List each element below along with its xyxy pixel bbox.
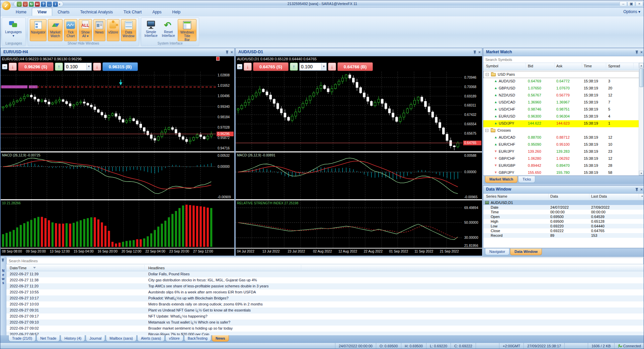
close-button[interactable]: × xyxy=(636,1,643,6)
news-row[interactable]: 2022-09-27 11:20Top AMCs see share of le… xyxy=(6,283,644,289)
bottom-tab-trade-21-0-[interactable]: Trade (21/0) xyxy=(8,335,36,342)
news-button[interactable]: News xyxy=(93,19,105,41)
column-header-ask[interactable]: Ask xyxy=(556,64,562,68)
minimize-button[interactable]: – xyxy=(620,1,627,6)
app-logo-icon[interactable]: ✓ xyxy=(1,1,11,11)
show-all-button[interactable]: ALLShowAll ▾ xyxy=(79,19,92,41)
data-window-header[interactable]: Series NameDataLast Data▲ xyxy=(483,194,644,200)
symbol-row-eur-usd[interactable]: ▲EUR/USD0.963000.9630415:38:194 xyxy=(483,113,639,120)
pin-icon[interactable] xyxy=(635,50,638,54)
tab-view[interactable]: View xyxy=(32,8,52,16)
tab-apps[interactable]: Apps xyxy=(147,8,167,16)
news-row[interactable]: 2022-09-27 11:38City gas distribution st… xyxy=(6,277,644,283)
news-row[interactable]: 2022-09-27 10:55Aurobindo slips 6% in a … xyxy=(6,289,644,295)
amount-input[interactable] xyxy=(65,63,85,70)
column-header-symbol[interactable]: Symbol xyxy=(486,64,498,68)
news-col-headlines[interactable]: Headlines xyxy=(148,266,165,270)
data-row-date[interactable]: Date24/07/202227/09/2022 xyxy=(483,205,644,210)
bottom-tab-vstore[interactable]: vStore xyxy=(165,335,183,342)
collapse-button[interactable]: − xyxy=(2,64,7,69)
tick-chart-button[interactable]: TickChart xyxy=(64,19,77,41)
collapse-tree-icon[interactable]: − xyxy=(486,73,489,76)
tab-charts[interactable]: Charts xyxy=(52,8,75,16)
bottom-tab-news[interactable]: News xyxy=(212,335,229,342)
bottom-tab-mailbox-sara-[interactable]: Mailbox (sara) xyxy=(106,335,137,342)
series-row[interactable]: AUD/USD,D1 xyxy=(483,200,644,205)
column-header-series-name[interactable]: Series Name xyxy=(486,194,507,198)
column-header-last-data[interactable]: Last Data xyxy=(591,194,607,198)
news-row[interactable]: 2022-09-27 09:10Metamask vs Trust wallet… xyxy=(6,320,644,326)
symbol-search[interactable] xyxy=(483,56,644,63)
collapse-tree-icon[interactable]: − xyxy=(485,129,488,132)
headline-search-input[interactable] xyxy=(7,258,643,264)
symbol-row-gbp-usd[interactable]: ▲GBP/USD1.076501.0767015:38:1920 xyxy=(483,85,639,92)
tab-market-watch[interactable]: Market Watch xyxy=(485,176,517,183)
amount-dropdown-icon[interactable]: ▼ xyxy=(86,63,91,70)
market-watch-scrollbar[interactable]: ▲▼ xyxy=(639,63,644,176)
search-input[interactable] xyxy=(483,56,644,63)
scroll-down-icon[interactable]: ▼ xyxy=(639,171,644,176)
pin-icon[interactable] xyxy=(635,188,638,192)
simple-interface-button[interactable]: SimpleInterface xyxy=(143,19,159,41)
news-row[interactable]: 2022-09-27 10:03Metro Brands extends ral… xyxy=(6,301,644,307)
news-row[interactable]: 2022-09-27 11:39Dollar Falls, Pound Rise… xyxy=(6,271,644,277)
symbol-row-aud-usd[interactable]: ▲AUD/USD0.647690.6477215:38:193 xyxy=(483,78,639,85)
tab-navigator[interactable]: Navigator xyxy=(485,249,509,255)
sell-arrow-icon[interactable]: ↓ xyxy=(244,63,252,71)
scroll-up-icon[interactable]: ▲ xyxy=(639,63,644,68)
symbol-row-usd-cad[interactable]: ▲USD/CAD1.369601.3696715:38:197 xyxy=(483,99,639,106)
buy-button[interactable]: 0.96315 (B) xyxy=(102,62,138,71)
column-header-data[interactable]: Data xyxy=(550,194,558,198)
bottom-tab-history-4-[interactable]: History (4) xyxy=(61,335,85,342)
data-row-time[interactable]: Time00:00:0000:00:00 xyxy=(483,210,644,214)
data-row-close[interactable]: Close0.692220.64765 xyxy=(483,228,644,233)
tab-ticks[interactable]: Ticks xyxy=(518,176,535,183)
tab-technical-analysis[interactable]: Technical Analysis xyxy=(75,8,118,16)
data-window-button[interactable]: DataWindow xyxy=(121,19,136,41)
sell-button[interactable]: 0.64765 (S) xyxy=(253,62,289,71)
price-chart-canvas[interactable]: 1.028081.016521.004960.993400.981840.970… xyxy=(1,72,234,254)
news-row[interactable]: 2022-09-27 09:17NFT Update: Whatï¿½s hap… xyxy=(6,313,644,320)
news-side-strip[interactable]: News xyxy=(0,257,6,336)
news-row[interactable]: 2022-09-27 10:17Polkadot: Whatï¿½s up wi… xyxy=(6,295,644,301)
news-row[interactable]: 2022-09-27 09:31Plant vs Undead NFT Game… xyxy=(6,307,644,313)
symbol-row-eur-gbp[interactable]: ▼EUR/GBP0.894420.8947015:38:1928 xyxy=(483,162,639,169)
amount-dropdown-icon[interactable]: ▼ xyxy=(321,63,326,70)
market-watch-button[interactable]: MarketWatch xyxy=(48,19,63,41)
close-chart-icon[interactable]: × xyxy=(231,49,233,56)
sell-arrow-icon[interactable]: ↓ xyxy=(93,63,101,71)
buy-button[interactable]: 0.64766 (B) xyxy=(337,62,373,71)
symbol-row-aud-cad[interactable]: ▲AUD/CAD0.887000.8871215:38:1912 xyxy=(483,134,639,141)
pin-icon[interactable] xyxy=(473,50,476,54)
tab-tick-chart[interactable]: Tick Chart xyxy=(118,8,147,16)
windows-title-bar-button[interactable]: Windows TitleBar xyxy=(178,19,196,41)
bottom-tab-alerts-sara-[interactable]: Alerts (sara) xyxy=(137,335,165,342)
close-panel-icon[interactable]: × xyxy=(640,186,643,194)
collapse-button[interactable]: − xyxy=(237,64,242,69)
symbol-row-usd-chf[interactable]: ▲USD/CHF0.987460.9875115:38:195 xyxy=(483,106,639,113)
symbol-row-eur-jpy[interactable]: ▼EUR/JPY139.260139.28315:38:1923 xyxy=(483,148,639,155)
vstore-button[interactable]: vStore xyxy=(107,19,119,41)
news-row[interactable]: 2022-09-27 09:02Broader market sentiment… xyxy=(6,326,644,332)
tab-home[interactable]: Home xyxy=(10,8,32,16)
news-col-datetime[interactable]: Date/Time xyxy=(10,266,26,270)
market-watch-group-crosses[interactable]: −Crosses xyxy=(483,127,639,134)
bottom-tab-net-trade[interactable]: Net Trade xyxy=(36,335,60,342)
scroll-up-icon[interactable]: ▲ xyxy=(641,195,643,197)
news-header[interactable]: Date/Time Headlines xyxy=(6,265,644,271)
chart-alert-icon[interactable] xyxy=(216,57,220,61)
navigator-button[interactable]: Navigator xyxy=(30,19,47,41)
data-row-high[interactable]: High0.695000.65128 xyxy=(483,219,644,224)
column-header-spread[interactable]: Spread xyxy=(608,64,620,68)
data-row-record[interactable]: Record89153 xyxy=(483,233,644,238)
sell-arrow-icon[interactable]: ↓ xyxy=(9,63,17,71)
symbol-row-eur-chf[interactable]: ▲EUR/CHF0.950900.9510015:38:1910 xyxy=(483,141,639,148)
options-menu[interactable]: Options ▾ xyxy=(623,9,640,14)
sell-button[interactable]: 0.96296 (S) xyxy=(18,62,54,71)
buy-arrow-icon[interactable]: ↑ xyxy=(290,63,298,71)
bottom-tab-journal[interactable]: Journal xyxy=(86,335,105,342)
scroll-thumb[interactable] xyxy=(639,68,643,87)
amount-field[interactable]: ▼ xyxy=(299,63,327,71)
amount-field[interactable]: ▼ xyxy=(64,63,92,71)
bottom-tab-backtesting[interactable]: BackTesting xyxy=(184,335,211,342)
